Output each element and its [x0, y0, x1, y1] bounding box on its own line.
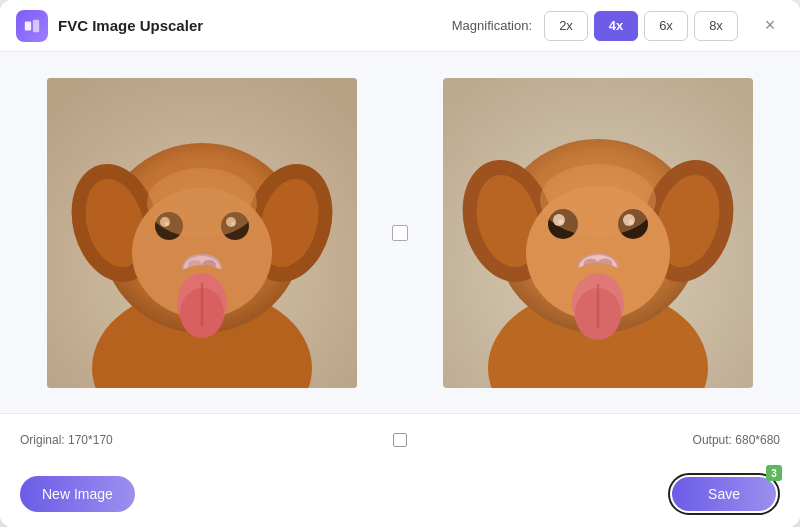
svg-rect-1: [33, 19, 39, 32]
divider-area: [380, 225, 420, 241]
output-image-box: [443, 78, 753, 388]
footer-bar: New Image 3 Save: [0, 465, 800, 527]
output-dog-image: [443, 78, 753, 388]
mag-4x-button[interactable]: 4x: [594, 11, 638, 41]
magnification-buttons: 2x 4x 6x 8x: [544, 11, 738, 41]
close-button[interactable]: ×: [756, 12, 784, 40]
original-image-box: [47, 78, 357, 388]
save-badge: 3: [766, 465, 782, 481]
output-size-label: Output: 680*680: [407, 433, 780, 447]
app-window: FVC Image Upscaler Magnification: 2x 4x …: [0, 0, 800, 527]
title-bar: FVC Image Upscaler Magnification: 2x 4x …: [0, 0, 800, 52]
app-title: FVC Image Upscaler: [58, 17, 203, 34]
svg-point-25: [147, 168, 257, 238]
mag-2x-button[interactable]: 2x: [544, 11, 588, 41]
output-image-panel: [420, 78, 776, 388]
original-size-label: Original: 170*170: [20, 433, 393, 447]
compare-icon: [393, 433, 407, 447]
divider-icon: [392, 225, 408, 241]
save-button-wrapper: Save: [668, 473, 780, 515]
magnification-label: Magnification:: [452, 18, 532, 33]
logo-icon: [23, 17, 41, 35]
new-image-button[interactable]: New Image: [20, 476, 135, 512]
main-content: [0, 52, 800, 413]
save-area: 3 Save: [668, 473, 780, 515]
save-button[interactable]: Save: [672, 477, 776, 511]
svg-rect-0: [25, 21, 31, 30]
mag-8x-button[interactable]: 8x: [694, 11, 738, 41]
original-image-panel: [24, 78, 380, 388]
app-logo: [16, 10, 48, 42]
svg-point-48: [540, 164, 656, 236]
mag-6x-button[interactable]: 6x: [644, 11, 688, 41]
original-dog-image: [47, 78, 357, 388]
info-bar: Original: 170*170 Output: 680*680: [0, 413, 800, 465]
